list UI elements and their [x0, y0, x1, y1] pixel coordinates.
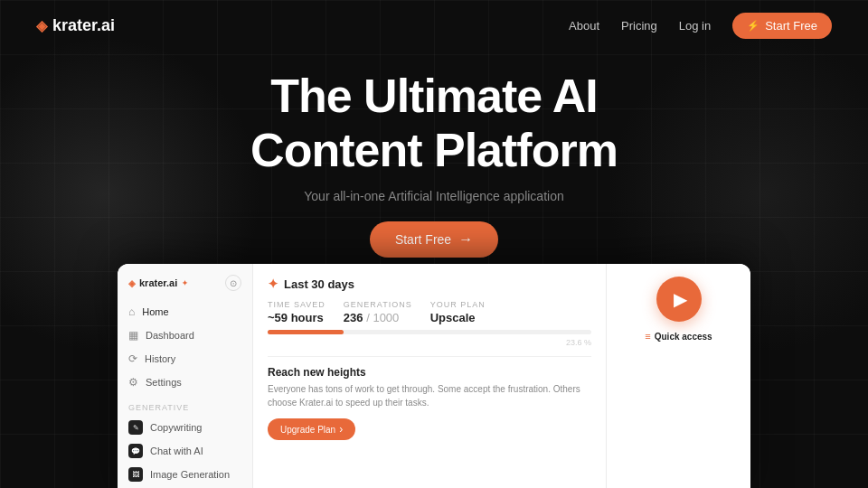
navbar: ◈ krater.ai About Pricing Log in Start F…	[0, 0, 868, 52]
stat-plan-label: YOUR PLAN	[430, 300, 486, 309]
sidebar-image-label: Image Generation	[150, 469, 230, 480]
sidebar-item-home-label: Home	[142, 306, 168, 317]
app-card: ◈ krater.ai ✦ ⊙ ⌂ Home ▦ Dashboard ⟳ His…	[118, 264, 750, 488]
app-main: ✦ Last 30 days TIME SAVED ~59 hours GENE…	[253, 264, 606, 488]
hero-subtitle: Your all-in-one Artificial Intelligence …	[304, 189, 563, 203]
stat-time-saved-label: TIME SAVED	[268, 300, 326, 309]
sidebar-item-copywriting[interactable]: ✎ Copywriting	[118, 416, 252, 439]
quick-access-text: Quick access	[655, 332, 712, 342]
sidebar-item-history-label: History	[145, 353, 175, 364]
hero-cta-button[interactable]: Start Free →	[370, 221, 498, 258]
sidebar-item-settings[interactable]: ⚙ Settings	[118, 371, 252, 394]
hero-title-line1: The Ultimate AI	[270, 70, 598, 122]
stat-generations-value: 236 / 1000	[344, 311, 412, 324]
stat-generations-label: GENERATIONS	[344, 300, 412, 309]
stat-time-saved-value: ~59 hours	[268, 311, 326, 324]
sidebar-item-dashboard-label: Dashboard	[146, 330, 194, 341]
nav-pricing[interactable]: Pricing	[621, 19, 657, 33]
stat-time-saved: TIME SAVED ~59 hours	[268, 300, 326, 324]
sidebar-item-image[interactable]: 🖼 Image Generation	[118, 463, 252, 486]
divider	[268, 356, 591, 357]
sidebar-item-settings-label: Settings	[146, 377, 182, 388]
nav-links: About Pricing Log in Start Free	[569, 13, 832, 39]
section-title-text: Last 30 days	[284, 277, 354, 291]
progress-percent: 23.6 %	[268, 338, 591, 347]
sidebar-settings-icon[interactable]: ⊙	[225, 275, 241, 291]
sidebar-item-dashboard[interactable]: ▦ Dashboard	[118, 324, 252, 347]
progress-bar-container	[268, 330, 591, 334]
nav-login[interactable]: Log in	[679, 19, 711, 33]
stat-plan-value: Upscale	[430, 311, 486, 324]
dashboard-icon: ▦	[128, 329, 138, 342]
section-star-icon: ✦	[268, 277, 278, 291]
app-main-inner: ✦ Last 30 days TIME SAVED ~59 hours GENE…	[253, 264, 606, 453]
sidebar-item-home[interactable]: ⌂ Home	[118, 300, 252, 324]
stat-gen-max: 1000	[373, 311, 399, 324]
chat-icon: 💬	[128, 444, 143, 458]
reach-title: Reach new heights	[268, 366, 591, 379]
app-sidebar: ◈ krater.ai ✦ ⊙ ⌂ Home ▦ Dashboard ⟳ His…	[118, 264, 253, 488]
sidebar-header: ◈ krater.ai ✦ ⊙	[118, 275, 252, 300]
reach-desc: Everyone has tons of work to get through…	[268, 382, 591, 409]
sidebar-logo: ◈ krater.ai ✦	[128, 277, 188, 288]
hero-title: The Ultimate AI Content Platform	[250, 70, 618, 178]
quick-access-label: ≡ Quick access	[645, 331, 712, 342]
nav-about[interactable]: About	[569, 19, 599, 33]
sidebar-item-history[interactable]: ⟳ History	[118, 347, 252, 371]
copywriting-icon: ✎	[128, 420, 143, 435]
image-icon: 🖼	[128, 467, 143, 482]
sidebar-logo-icon: ◈	[128, 278, 136, 288]
home-icon: ⌂	[128, 305, 135, 318]
nav-start-button[interactable]: Start Free	[732, 13, 832, 39]
settings-icon: ⚙	[128, 376, 138, 389]
hero-cta-arrow: →	[458, 231, 473, 248]
section-title: ✦ Last 30 days	[268, 277, 591, 291]
hero-cta-label: Start Free	[395, 232, 451, 247]
stat-plan: YOUR PLAN Upscale	[430, 300, 486, 324]
sidebar-section-generative: GENERATIVE	[118, 394, 252, 416]
progress-bar-fill	[268, 330, 344, 334]
upgrade-btn-label: Upgrade Plan	[280, 425, 335, 435]
upgrade-btn-arrow: ›	[339, 423, 343, 436]
sidebar-copywriting-label: Copywriting	[150, 422, 202, 433]
sidebar-logo-text: krater.ai	[139, 277, 177, 288]
stats-row: TIME SAVED ~59 hours GENERATIONS 236 / 1…	[268, 300, 591, 324]
sidebar-chat-label: Chat with AI	[150, 446, 203, 456]
upgrade-button[interactable]: Upgrade Plan ›	[268, 418, 355, 440]
app-right-panel: ▶ ≡ Quick access	[606, 264, 750, 488]
play-icon: ▶	[674, 288, 687, 310]
hero-section: The Ultimate AI Content Platform Your al…	[0, 52, 868, 296]
logo-icon: ◈	[36, 17, 47, 34]
sidebar-item-chat[interactable]: 💬 Chat with AI	[118, 439, 252, 463]
logo-text: krater.ai	[52, 16, 115, 35]
hero-title-line2: Content Platform	[250, 124, 618, 176]
play-button[interactable]: ▶	[656, 277, 702, 322]
stat-gen-num: 236	[344, 311, 363, 324]
history-icon: ⟳	[128, 352, 137, 365]
stat-generations: GENERATIONS 236 / 1000	[344, 300, 412, 324]
nav-logo: ◈ krater.ai	[36, 16, 115, 35]
quick-access-icon: ≡	[645, 331, 650, 342]
